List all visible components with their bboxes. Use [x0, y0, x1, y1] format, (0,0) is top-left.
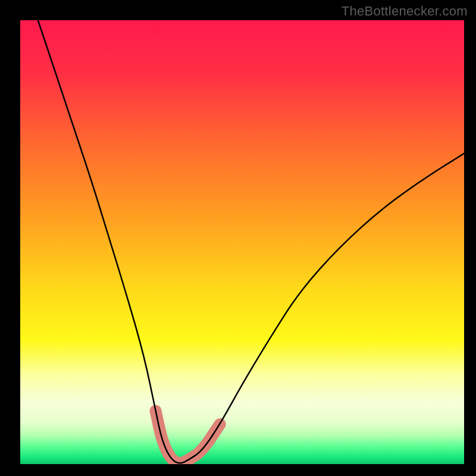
curve-layer: [20, 20, 464, 464]
plot-area: [20, 20, 464, 464]
watermark-text: TheBottlenecker.com: [342, 4, 468, 19]
bottleneck-curve: [38, 20, 464, 463]
marker-band: [156, 411, 220, 464]
